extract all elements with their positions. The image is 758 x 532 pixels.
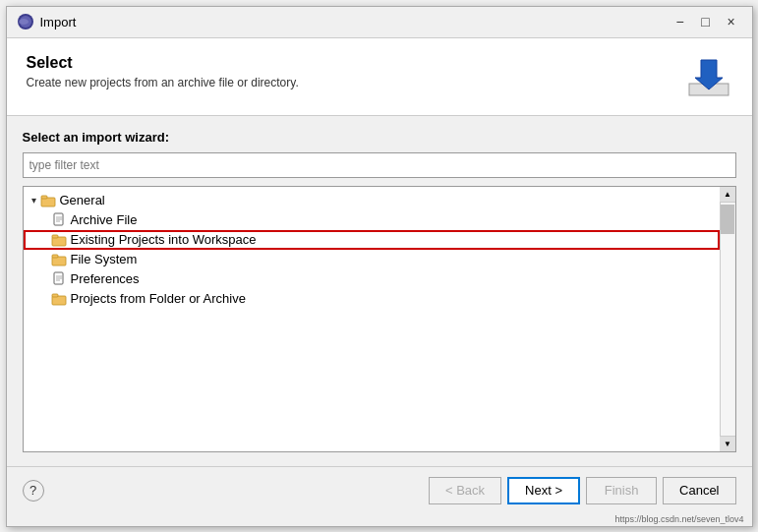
footer-buttons: < Back Next > Finish Cancel [429, 477, 736, 504]
folder-icon-existing [51, 232, 67, 248]
footer-left: ? [23, 480, 44, 502]
folder-icon-filesystem [51, 252, 67, 267]
header-heading: Select [27, 54, 299, 72]
footer-section: ? < Back Next > Finish Cancel [7, 467, 752, 514]
tree-item-projects-folder[interactable]: Projects from Folder or Archive [24, 289, 720, 309]
header-icon-area [685, 54, 732, 101]
header-text: Select Create new projects from an archi… [27, 54, 299, 89]
header-description: Create new projects from an archive file… [27, 76, 299, 89]
tree-list[interactable]: ▾ General Archive File [24, 187, 720, 451]
tree-item-existing-projects[interactable]: Existing Projects into Workspace [24, 230, 720, 250]
expand-icon: ▾ [31, 195, 36, 206]
scroll-track [721, 203, 734, 436]
file-icon [51, 212, 67, 228]
folder-open-icon [40, 193, 56, 208]
tree-item-file-system[interactable]: File System [24, 250, 720, 269]
filter-input[interactable] [23, 152, 736, 178]
finish-button[interactable]: Finish [586, 477, 657, 504]
title-bar-left: Import [17, 13, 77, 30]
title-bar: Import − □ × [7, 7, 752, 38]
scroll-thumb[interactable] [721, 205, 734, 234]
tree-container: ▾ General Archive File [23, 186, 736, 452]
dialog-title: Import [40, 15, 77, 30]
file-icon-preferences [51, 271, 67, 287]
close-button[interactable]: × [721, 11, 742, 32]
import-dialog: Import − □ × Select Create new projects … [6, 6, 753, 527]
maximize-button[interactable]: □ [695, 11, 717, 32]
wizard-label: Select an import wizard: [23, 130, 736, 145]
tree-item-general[interactable]: ▾ General [24, 191, 720, 210]
tree-scrollbar[interactable]: ▲ ▼ [720, 187, 735, 451]
app-icon [17, 13, 34, 30]
header-section: Select Create new projects from an archi… [7, 38, 752, 116]
next-button[interactable]: Next > [507, 477, 580, 504]
help-button[interactable]: ? [23, 480, 44, 502]
tree-item-projects-folder-label: Projects from Folder or Archive [71, 291, 246, 306]
folder-icon-projects [51, 291, 67, 307]
tree-item-existing-projects-label: Existing Projects into Workspace [71, 232, 257, 247]
import-wizard-icon [687, 56, 730, 99]
content-section: Select an import wizard: ▾ General [7, 116, 752, 466]
tree-item-archive-file-label: Archive File [71, 212, 138, 227]
tree-item-general-label: General [60, 193, 105, 207]
svg-rect-6 [41, 196, 47, 199]
scroll-up-button[interactable]: ▲ [720, 187, 735, 203]
minimize-button[interactable]: − [670, 11, 691, 32]
cancel-button[interactable]: Cancel [663, 477, 735, 504]
svg-rect-20 [52, 294, 58, 297]
url-bar: https://blog.csdn.net/seven_tlov4 [7, 514, 752, 526]
scroll-down-button[interactable]: ▼ [720, 436, 735, 451]
tree-item-file-system-label: File System [71, 252, 138, 266]
svg-point-2 [19, 19, 29, 25]
title-controls: − □ × [670, 11, 742, 32]
tree-item-preferences[interactable]: Preferences [24, 269, 720, 289]
back-button[interactable]: < Back [429, 477, 501, 504]
tree-item-preferences-label: Preferences [71, 271, 140, 286]
svg-rect-12 [52, 235, 58, 238]
tree-item-archive-file[interactable]: Archive File [24, 210, 720, 230]
svg-rect-14 [52, 255, 58, 258]
